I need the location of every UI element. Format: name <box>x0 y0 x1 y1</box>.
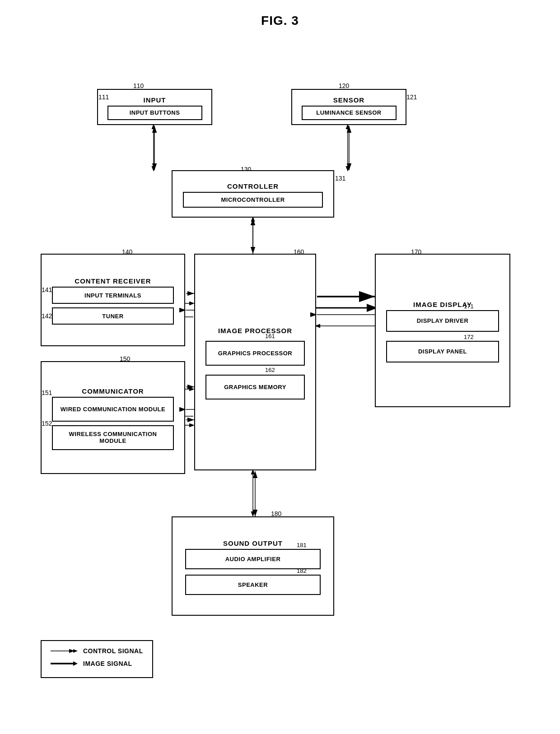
ref-161: 161 <box>265 333 275 339</box>
ref-142: 142 <box>42 312 52 320</box>
ref-131: 131 <box>335 175 345 182</box>
image-signal-arrow-icon <box>51 659 78 668</box>
content-receiver-label: CONTENT RECEIVER <box>71 275 154 287</box>
controller-block: CONTROLLER MICROCONTROLLER <box>172 170 334 218</box>
diagram-area: 110 INPUT INPUT BUTTONS 111 120 SENSOR L… <box>32 37 528 705</box>
controller-label: CONTROLLER <box>224 181 282 192</box>
ref-171: 171 <box>464 303 474 310</box>
legend: CONTROL SIGNAL IMAGE SIGNAL <box>41 640 153 678</box>
input-terminals-label: INPUT TERMINALS <box>81 290 145 301</box>
legend-image-signal: IMAGE SIGNAL <box>51 659 143 668</box>
page-title: FIG. 3 <box>0 0 560 37</box>
ref-152: 152 <box>42 420 52 427</box>
input-label: INPUT <box>140 94 170 106</box>
luminance-sensor-block: LUMINANCE SENSOR <box>302 106 397 120</box>
microcontroller-label: MICROCONTROLLER <box>217 195 288 205</box>
audio-amplifier-label: AUDIO AMPLIFIER <box>222 554 285 564</box>
control-signal-arrow-icon <box>51 646 78 655</box>
svg-marker-12 <box>73 649 78 653</box>
graphics-memory-label: GRAPHICS MEMORY <box>220 382 290 392</box>
input-block: INPUT INPUT BUTTONS <box>97 89 212 125</box>
wireless-comm-block: WIRELESS COMMUNICATION MODULE <box>52 425 174 450</box>
input-buttons-block: INPUT BUTTONS <box>107 106 202 120</box>
sensor-label: SENSOR <box>330 94 368 106</box>
ref-182: 182 <box>297 567 307 574</box>
ref-111: 111 <box>98 93 109 101</box>
ref-172: 172 <box>464 334 474 340</box>
display-driver-label: DISPLAY DRIVER <box>413 316 472 326</box>
image-display-block: IMAGE DISPLAY 171 DISPLAY DRIVER 172 DIS… <box>375 254 510 407</box>
sound-output-label: SOUND OUTPUT <box>219 538 286 549</box>
speaker-label: SPEAKER <box>234 580 271 590</box>
wired-comm-block: WIRED COMMUNICATION MODULE <box>52 397 174 422</box>
luminance-sensor-label: LUMINANCE SENSOR <box>313 107 385 118</box>
communicator-label: COMMUNICATOR <box>78 386 147 397</box>
svg-marker-14 <box>73 661 78 666</box>
sensor-block: SENSOR LUMINANCE SENSOR <box>291 89 406 125</box>
tuner-label: TUNER <box>98 311 127 321</box>
control-signal-label: CONTROL SIGNAL <box>83 647 143 655</box>
image-processor-label: IMAGE PROCESSOR <box>215 325 296 336</box>
image-signal-label: IMAGE SIGNAL <box>83 660 132 667</box>
content-receiver-block: CONTENT RECEIVER INPUT TERMINALS TUNER <box>41 254 185 346</box>
audio-amplifier-block: AUDIO AMPLIFIER <box>185 549 321 569</box>
sound-output-block: SOUND OUTPUT 181 AUDIO AMPLIFIER 182 SPE… <box>172 516 334 616</box>
image-processor-block: IMAGE PROCESSOR 161 GRAPHICS PROCESSOR 1… <box>194 254 316 470</box>
display-panel-label: DISPLAY PANEL <box>415 346 471 357</box>
display-panel-block: DISPLAY PANEL <box>386 341 499 362</box>
wireless-comm-label: WIRELESS COMMUNICATION MODULE <box>53 429 173 446</box>
ref-141: 141 <box>42 286 52 293</box>
input-buttons-label: INPUT BUTTONS <box>126 107 184 118</box>
speaker-block: SPEAKER <box>185 575 321 595</box>
communicator-block: COMMUNICATOR WIRED COMMUNICATION MODULE … <box>41 361 185 474</box>
ref-151: 151 <box>42 389 52 396</box>
wired-comm-label: WIRED COMMUNICATION MODULE <box>57 404 169 414</box>
ref-162: 162 <box>265 367 275 373</box>
microcontroller-block: MICROCONTROLLER <box>183 192 323 208</box>
graphics-memory-block: GRAPHICS MEMORY <box>205 375 305 400</box>
ref-110: 110 <box>133 82 144 89</box>
ref-120: 120 <box>339 82 349 89</box>
input-terminals-block: INPUT TERMINALS <box>52 287 174 304</box>
graphics-processor-block: GRAPHICS PROCESSOR <box>205 341 305 366</box>
ref-121: 121 <box>406 93 417 101</box>
ref-181: 181 <box>297 542 307 548</box>
display-driver-block: DISPLAY DRIVER <box>386 310 499 332</box>
tuner-block: TUNER <box>52 307 174 325</box>
legend-control-signal: CONTROL SIGNAL <box>51 646 143 655</box>
graphics-processor-label: GRAPHICS PROCESSOR <box>215 348 296 358</box>
